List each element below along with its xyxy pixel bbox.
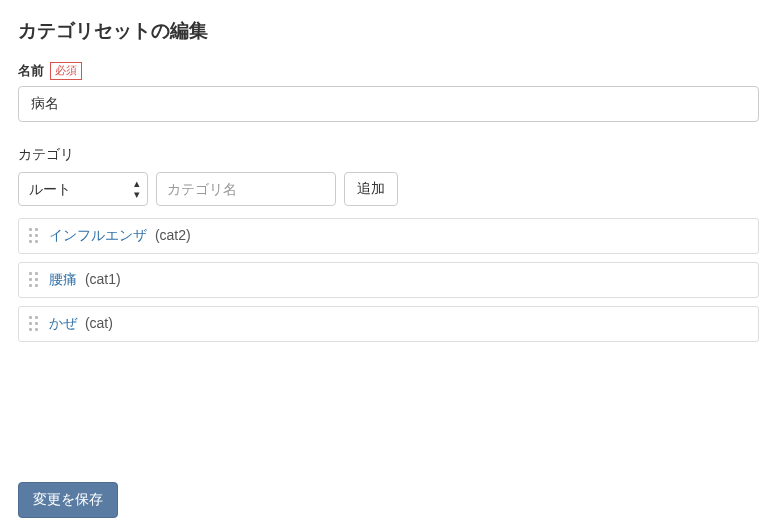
parent-select-wrap: ルート ▴▾ bbox=[18, 172, 148, 206]
list-item: 腰痛 (cat1) bbox=[18, 262, 759, 298]
name-label: 名前 bbox=[18, 62, 44, 80]
drag-handle-icon[interactable] bbox=[29, 316, 39, 332]
category-link[interactable]: インフルエンザ bbox=[49, 227, 147, 243]
required-badge: 必須 bbox=[50, 62, 82, 79]
parent-category-select[interactable]: ルート bbox=[18, 172, 148, 206]
list-item: インフルエンザ (cat2) bbox=[18, 218, 759, 254]
name-input[interactable] bbox=[18, 86, 759, 122]
name-label-row: 名前 必須 bbox=[18, 62, 759, 80]
category-code: (cat1) bbox=[85, 271, 121, 287]
add-category-row: ルート ▴▾ 追加 bbox=[18, 172, 759, 206]
category-code: (cat) bbox=[85, 315, 113, 331]
category-list: インフルエンザ (cat2) 腰痛 (cat1) かぜ (cat) bbox=[18, 218, 759, 342]
page-title: カテゴリセットの編集 bbox=[18, 18, 759, 44]
category-text: かぜ (cat) bbox=[49, 315, 113, 333]
list-item: かぜ (cat) bbox=[18, 306, 759, 342]
drag-handle-icon[interactable] bbox=[29, 228, 39, 244]
category-text: 腰痛 (cat1) bbox=[49, 271, 121, 289]
category-section-label: カテゴリ bbox=[18, 146, 759, 164]
drag-handle-icon[interactable] bbox=[29, 272, 39, 288]
new-category-input[interactable] bbox=[156, 172, 336, 206]
category-link[interactable]: かぜ bbox=[49, 315, 77, 331]
category-text: インフルエンザ (cat2) bbox=[49, 227, 191, 245]
save-button[interactable]: 変更を保存 bbox=[18, 482, 118, 518]
category-code: (cat2) bbox=[155, 227, 191, 243]
add-category-button[interactable]: 追加 bbox=[344, 172, 398, 206]
category-link[interactable]: 腰痛 bbox=[49, 271, 77, 287]
